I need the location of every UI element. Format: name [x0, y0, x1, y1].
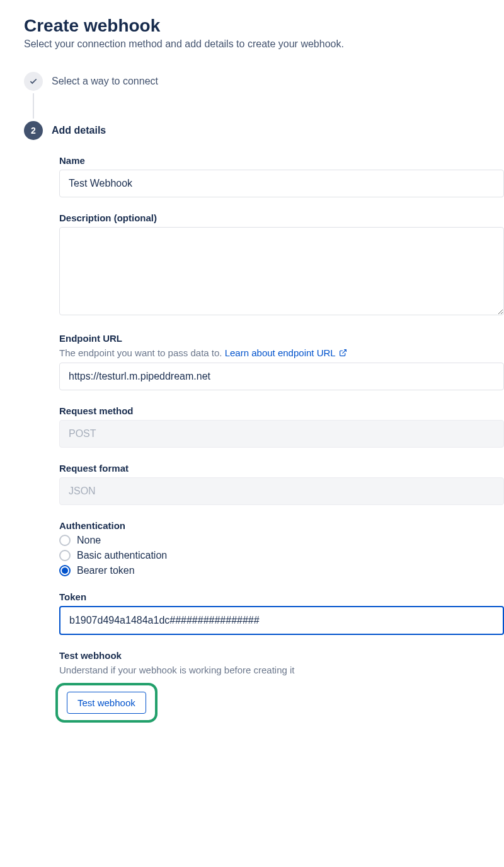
step-2-label: Add details	[52, 125, 106, 136]
endpoint-helper: The endpoint you want to pass data to. L…	[59, 347, 504, 359]
radio-icon	[59, 535, 71, 546]
auth-none-label: None	[77, 535, 101, 546]
request-format-label: Request format	[59, 463, 504, 474]
authentication-label: Authentication	[59, 520, 504, 531]
request-format-field: JSON	[59, 477, 504, 505]
token-input[interactable]	[59, 606, 504, 635]
description-textarea[interactable]	[59, 227, 504, 315]
auth-bearer-label: Bearer token	[77, 565, 135, 576]
endpoint-input[interactable]	[59, 363, 504, 390]
step-1-label: Select a way to connect	[52, 76, 158, 87]
external-link-icon	[339, 348, 347, 359]
request-method-label: Request method	[59, 405, 504, 416]
token-label: Token	[59, 591, 504, 602]
test-webhook-helper: Understand if your webhook is working be…	[59, 665, 504, 675]
page-subtitle: Select your connection method and add de…	[24, 38, 504, 50]
auth-radio-none[interactable]: None	[59, 535, 504, 546]
test-webhook-button[interactable]: Test webhook	[67, 692, 146, 714]
radio-icon-selected	[59, 565, 71, 576]
step-1[interactable]: Select a way to connect	[24, 72, 504, 91]
step-connector	[33, 93, 34, 119]
endpoint-learn-link[interactable]: Learn about endpoint URL	[225, 347, 348, 358]
svg-line-0	[343, 350, 346, 354]
auth-basic-label: Basic authentication	[77, 550, 167, 561]
request-method-field: POST	[59, 420, 504, 448]
test-highlight-box: Test webhook	[55, 683, 158, 723]
step-2: 2 Add details	[24, 121, 504, 140]
name-label: Name	[59, 155, 504, 166]
check-icon	[24, 72, 43, 91]
name-input[interactable]	[59, 170, 504, 197]
endpoint-label: Endpoint URL	[59, 333, 504, 344]
auth-radio-basic[interactable]: Basic authentication	[59, 550, 504, 561]
description-label: Description (optional)	[59, 212, 504, 223]
auth-radio-bearer[interactable]: Bearer token	[59, 565, 504, 576]
page-title: Create webhook	[24, 16, 504, 36]
test-webhook-label: Test webhook	[59, 650, 504, 661]
step-2-number-icon: 2	[24, 121, 43, 140]
radio-icon	[59, 550, 71, 561]
